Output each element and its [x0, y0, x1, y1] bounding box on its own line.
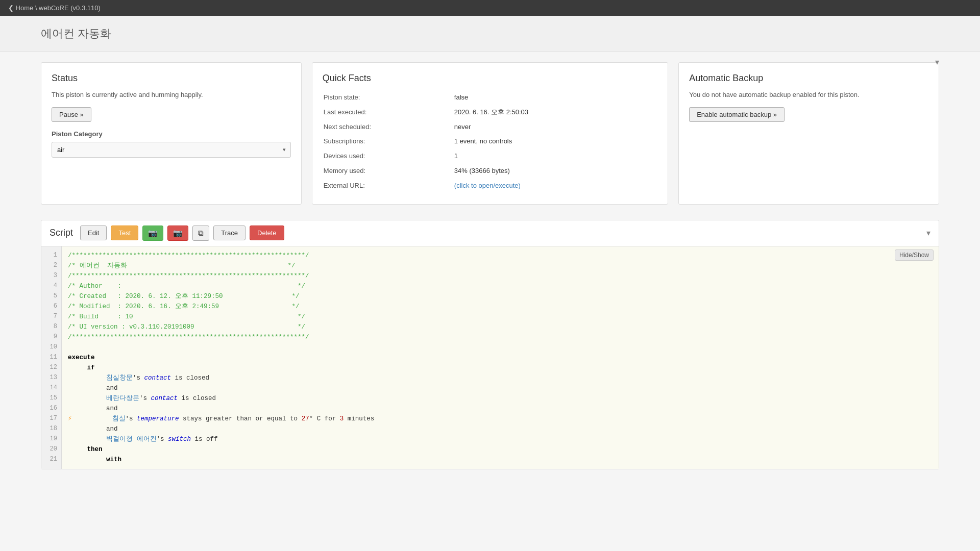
script-section: Script Edit Test 📷 📷 ⧉ Trace Delete ▾ 1 …: [41, 220, 939, 469]
quickfacts-card: Quick Facts Piston state: false Last exe…: [312, 62, 668, 205]
camera1-button[interactable]: 📷: [142, 226, 163, 241]
category-select[interactable]: air: [52, 142, 291, 158]
delete-button[interactable]: Delete: [250, 226, 284, 240]
backup-title: Automatic Backup: [689, 73, 928, 84]
script-dropdown-arrow[interactable]: ▾: [926, 228, 930, 238]
edit-button[interactable]: Edit: [80, 226, 107, 240]
nav-link[interactable]: ❮ Home \ webCoRE (v0.3.110): [8, 4, 101, 12]
qf-last-executed-label: Last executed:: [324, 106, 450, 119]
trace-button[interactable]: Trace: [213, 226, 246, 240]
code-area: 1 2 3 4 5 6 7 8 9 10 11 12 13 14 15 16 1…: [41, 246, 939, 469]
page-header: 에어컨 자동화: [0, 16, 980, 52]
external-url-link[interactable]: (click to open/execute): [454, 182, 521, 189]
line-numbers: 1 2 3 4 5 6 7 8 9 10 11 12 13 14 15 16 1…: [41, 246, 62, 469]
quick-facts-table: Piston state: false Last executed: 2020.…: [323, 90, 657, 194]
qf-memory-used-label: Memory used:: [324, 164, 450, 178]
qf-devices-used-value: 1: [451, 149, 656, 163]
cards-row: ▾ Status This piston is currently active…: [41, 62, 939, 205]
qf-subscriptions-value: 1 event, no controls: [451, 135, 656, 148]
topbar: ❮ Home \ webCoRE (v0.3.110): [0, 0, 980, 16]
qf-row-external-url: External URL: (click to open/execute): [324, 179, 656, 193]
backup-card: Automatic Backup You do not have automat…: [678, 62, 939, 205]
pause-button[interactable]: Pause »: [52, 107, 91, 122]
script-title: Script: [50, 228, 73, 238]
top-dropdown-arrow[interactable]: ▾: [935, 57, 939, 67]
code-content: /***************************************…: [62, 246, 939, 469]
qf-next-scheduled-value: never: [451, 120, 656, 134]
qf-row-next-scheduled: Next scheduled: never: [324, 120, 656, 134]
test-button[interactable]: Test: [111, 226, 138, 240]
page-title: 에어컨 자동화: [41, 26, 939, 41]
camera2-button[interactable]: 📷: [167, 226, 188, 241]
enable-backup-button[interactable]: Enable automatic backup »: [689, 107, 785, 122]
status-description: This piston is currently active and humm…: [52, 90, 291, 100]
copy-button[interactable]: ⧉: [192, 226, 209, 241]
quickfacts-title: Quick Facts: [323, 73, 657, 84]
category-label: Piston Category: [52, 130, 291, 138]
qf-devices-used-label: Devices used:: [324, 149, 450, 163]
qf-row-piston-state: Piston state: false: [324, 91, 656, 105]
script-header: Script Edit Test 📷 📷 ⧉ Trace Delete ▾: [41, 220, 939, 246]
qf-row-subscriptions: Subscriptions: 1 event, no controls: [324, 135, 656, 148]
qf-memory-used-value: 34% (33666 bytes): [451, 164, 656, 178]
hide-show-button[interactable]: Hide/Show: [895, 249, 934, 261]
qf-external-url-label: External URL:: [324, 179, 450, 193]
qf-last-executed-value: 2020. 6. 16. 오후 2:50:03: [451, 106, 656, 119]
status-card: Status This piston is currently active a…: [41, 62, 302, 205]
main-content: ▾ Status This piston is currently active…: [0, 52, 980, 480]
qf-external-url-value: (click to open/execute): [451, 179, 656, 193]
qf-row-memory-used: Memory used: 34% (33666 bytes): [324, 164, 656, 178]
qf-row-last-executed: Last executed: 2020. 6. 16. 오후 2:50:03: [324, 106, 656, 119]
qf-row-devices-used: Devices used: 1: [324, 149, 656, 163]
qf-subscriptions-label: Subscriptions:: [324, 135, 450, 148]
qf-piston-state-label: Piston state:: [324, 91, 450, 105]
backup-description: You do not have automatic backup enabled…: [689, 90, 928, 100]
category-select-wrapper: air ▾: [52, 142, 291, 158]
qf-piston-state-value: false: [451, 91, 656, 105]
qf-next-scheduled-label: Next scheduled:: [324, 120, 450, 134]
status-title: Status: [52, 73, 291, 84]
